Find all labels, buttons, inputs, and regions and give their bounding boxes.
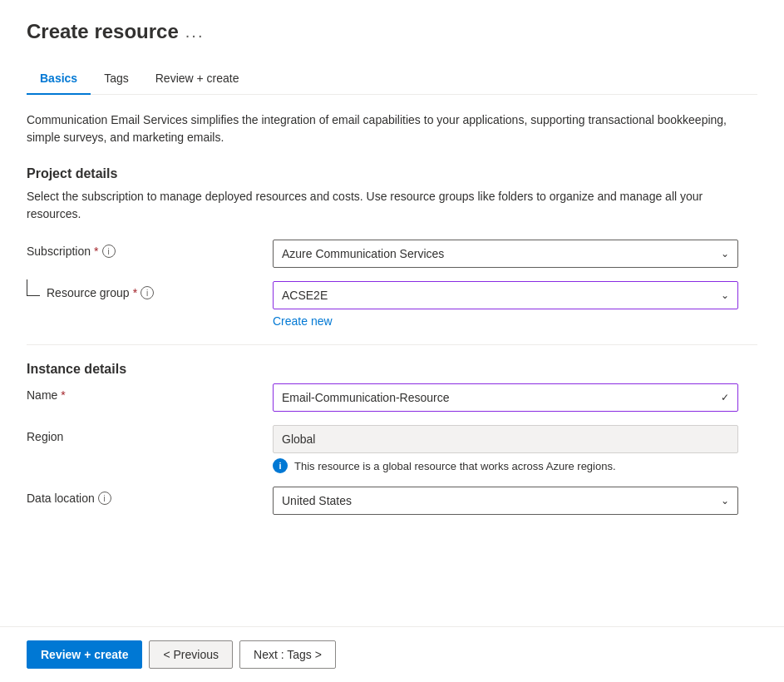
name-required: * [61, 388, 65, 402]
subscription-row: Subscription * i Azure Communication Ser… [27, 240, 757, 268]
main-content: Create resource ... Basics Tags Review +… [0, 0, 784, 626]
region-label: Region [27, 430, 259, 443]
data-location-row: Data location i United States ⌄ [27, 487, 757, 515]
next-button[interactable]: Next : Tags > [239, 640, 336, 669]
tab-tags[interactable]: Tags [91, 63, 142, 95]
region-info-circle-icon: i [273, 458, 288, 473]
description-text: Communication Email Services simplifies … [27, 111, 757, 146]
instance-details-title: Instance details [27, 362, 757, 377]
indent-line [27, 279, 40, 296]
data-location-label: Data location i [27, 492, 259, 505]
resource-group-dropdown-arrow: ⌄ [721, 289, 729, 301]
resource-group-row: Resource group * i ACSE2E ⌄ Create new [27, 281, 757, 328]
region-control-col: i This resource is a global resource tha… [273, 425, 757, 473]
resource-group-control-col: ACSE2E ⌄ Create new [273, 281, 757, 328]
name-dropdown[interactable]: Email-Communication-Resource ✓ [273, 383, 738, 412]
page-title: Create resource [27, 20, 179, 43]
page-title-row: Create resource ... [27, 20, 757, 43]
review-create-button[interactable]: Review + create [27, 640, 142, 669]
region-label-col: Region [27, 425, 259, 443]
region-info-message: i This resource is a global resource tha… [273, 458, 757, 473]
create-new-link[interactable]: Create new [273, 314, 333, 328]
previous-button[interactable]: < Previous [149, 640, 233, 669]
data-location-dropdown-arrow: ⌄ [721, 495, 729, 507]
project-details-title: Project details [27, 166, 757, 181]
resource-group-label-col: Resource group * i [27, 281, 259, 299]
subscription-dropdown-arrow: ⌄ [721, 248, 729, 259]
data-location-info-icon[interactable]: i [98, 492, 111, 505]
name-label-col: Name * [27, 383, 259, 402]
name-label: Name * [27, 388, 259, 402]
footer: Review + create < Previous Next : Tags > [0, 626, 784, 682]
name-control-col: Email-Communication-Resource ✓ [273, 383, 757, 412]
region-row: Region i This resource is a global resou… [27, 425, 757, 473]
tab-basics[interactable]: Basics [27, 63, 91, 95]
resource-group-required: * [133, 286, 137, 299]
name-dropdown-arrow: ✓ [721, 392, 729, 403]
project-details-description: Select the subscription to manage deploy… [27, 188, 757, 223]
subscription-control-col: Azure Communication Services ⌄ [273, 240, 757, 268]
subscription-required: * [94, 245, 98, 258]
tab-review-create[interactable]: Review + create [142, 63, 253, 95]
subscription-info-icon[interactable]: i [102, 245, 116, 258]
subscription-dropdown[interactable]: Azure Communication Services ⌄ [273, 240, 738, 268]
resource-group-info-icon[interactable]: i [141, 286, 154, 299]
tabs-container: Basics Tags Review + create [27, 63, 757, 95]
resource-group-label: Resource group * i [47, 286, 154, 299]
title-ellipsis: ... [185, 22, 205, 42]
region-input [273, 425, 738, 453]
page-container: Create resource ... Basics Tags Review +… [0, 0, 784, 682]
data-location-label-col: Data location i [27, 487, 259, 505]
subscription-label-col: Subscription * i [27, 240, 259, 258]
section-divider [27, 344, 757, 345]
data-location-dropdown[interactable]: United States ⌄ [273, 487, 738, 515]
subscription-label: Subscription * i [27, 245, 259, 258]
name-row: Name * Email-Communication-Resource ✓ [27, 383, 757, 412]
resource-group-dropdown[interactable]: ACSE2E ⌄ [273, 281, 738, 309]
data-location-control-col: United States ⌄ [273, 487, 757, 515]
